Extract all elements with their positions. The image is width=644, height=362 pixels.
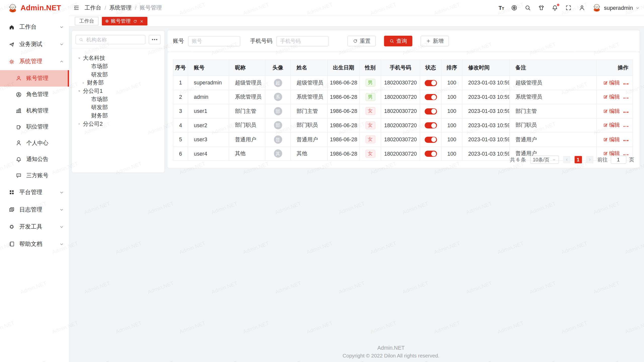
- header-actions: TT superadmin: [499, 3, 640, 12]
- app-logo[interactable]: Admin.NET: [0, 0, 69, 16]
- tree-node-label: 研发部: [91, 104, 108, 111]
- sidebar-item-org-management[interactable]: 机构管理: [0, 103, 69, 119]
- tree-node[interactable]: 分公司2: [72, 120, 164, 128]
- tab-label: 工作台: [79, 18, 94, 25]
- sidebar-item-label: 职位管理: [26, 123, 64, 130]
- edit-icon: [603, 95, 608, 100]
- edit-button[interactable]: 编辑: [603, 79, 620, 86]
- close-icon[interactable]: [140, 19, 144, 23]
- book-icon: [9, 241, 15, 247]
- sidebar-item-notice[interactable]: 通知公告: [0, 151, 69, 167]
- page-number-current[interactable]: 1: [574, 156, 582, 163]
- org-more-button[interactable]: [149, 35, 160, 44]
- sidebar-item-workbench[interactable]: 工作台: [0, 18, 69, 36]
- account-input[interactable]: [188, 36, 240, 46]
- caret-down-icon[interactable]: [77, 56, 81, 60]
- next-page-button[interactable]: [586, 156, 593, 163]
- status-toggle[interactable]: [424, 122, 437, 128]
- tree-node[interactable]: 分公司1: [72, 87, 164, 95]
- sidebar-submenu-system: 账号管理 角色管理 机构管理 职位管理 个人中心: [0, 70, 69, 184]
- prev-page-button[interactable]: [563, 156, 570, 163]
- tab-workbench[interactable]: 工作台: [75, 17, 99, 25]
- status-toggle[interactable]: [424, 151, 437, 157]
- more-actions-button[interactable]: [624, 83, 628, 84]
- tree-node[interactable]: 财务部: [72, 79, 164, 87]
- notification-badge: [557, 4, 560, 6]
- more-actions-button[interactable]: [624, 112, 628, 113]
- tree-node[interactable]: 大名科技: [72, 54, 164, 63]
- reset-button[interactable]: 重置: [347, 36, 376, 46]
- search-icon[interactable]: [525, 5, 531, 11]
- user-menu[interactable]: superadmin: [592, 3, 640, 12]
- language-icon[interactable]: [511, 5, 518, 11]
- font-size-icon[interactable]: TT: [499, 5, 504, 10]
- main-content: 大名科技 市场部 研发部 财务部 分公司1: [69, 27, 644, 362]
- add-button[interactable]: 新增: [421, 36, 449, 46]
- edit-button[interactable]: 编辑: [603, 107, 620, 115]
- more-actions-button[interactable]: [624, 98, 628, 99]
- tree-node[interactable]: 研发部: [72, 103, 164, 112]
- breadcrumb-separator: /: [135, 5, 136, 11]
- status-toggle[interactable]: [424, 108, 437, 114]
- goto-page-input[interactable]: [611, 156, 626, 164]
- user-icon: [16, 75, 22, 81]
- tree-node[interactable]: 财务部: [72, 112, 164, 120]
- sidebar-item-label: 机构管理: [26, 107, 64, 114]
- sidebar-item-system-management[interactable]: 系统管理: [0, 53, 69, 70]
- sidebar-item-log-management[interactable]: 日志管理: [0, 201, 69, 218]
- sidebar-item-label: 系统管理: [19, 58, 59, 65]
- org-search-box: [75, 35, 145, 44]
- theme-tshirt-icon[interactable]: [538, 5, 545, 11]
- status-toggle[interactable]: [424, 94, 437, 100]
- sidebar-item-platform-management[interactable]: 平台管理: [0, 184, 69, 201]
- search-button[interactable]: 查询: [384, 36, 413, 46]
- sidebar-item-role-management[interactable]: 角色管理: [0, 86, 69, 103]
- sidebar-item-position-management[interactable]: 职位管理: [0, 119, 69, 135]
- fullscreen-icon[interactable]: [565, 5, 572, 11]
- username: superadmin: [604, 5, 633, 11]
- sidebar-item-dev-tools[interactable]: 开发工具: [0, 218, 69, 236]
- menu-fold-icon[interactable]: [73, 5, 80, 11]
- tab-account-management[interactable]: 账号管理: [102, 17, 147, 25]
- sidebar-item-personal-center[interactable]: 个人中心: [0, 135, 69, 151]
- sidebar-item-third-party-account[interactable]: 三方账号: [0, 167, 69, 184]
- edit-button[interactable]: 编辑: [603, 122, 620, 129]
- tree-node[interactable]: 市场部: [72, 95, 164, 104]
- edit-button[interactable]: 编辑: [603, 93, 620, 101]
- page-unit-label: 页: [629, 156, 634, 163]
- home-icon: [9, 24, 15, 30]
- tree-node[interactable]: 研发部: [72, 71, 164, 79]
- status-toggle[interactable]: [424, 137, 437, 143]
- breadcrumb-item[interactable]: 系统管理: [109, 4, 132, 11]
- org-search-input[interactable]: [86, 36, 142, 43]
- chevron-down-icon: [59, 207, 64, 212]
- sidebar-item-account-management[interactable]: 账号管理: [0, 70, 69, 86]
- sidebar-item-label: 角色管理: [26, 91, 64, 98]
- chevron-down-icon: [59, 242, 64, 247]
- caret-down-icon[interactable]: [77, 89, 81, 93]
- edit-button[interactable]: 编辑: [603, 136, 620, 143]
- more-actions-button[interactable]: [624, 154, 628, 155]
- role-icon: [16, 92, 22, 98]
- tree-node-label: 分公司2: [83, 120, 103, 127]
- sidebar-item-business-test[interactable]: 业务测试: [0, 36, 69, 53]
- phone-input[interactable]: [276, 36, 329, 46]
- col-seq: 序号: [173, 60, 188, 76]
- more-actions-button[interactable]: [624, 140, 628, 141]
- gear-icon: [9, 59, 15, 65]
- refresh-icon[interactable]: [133, 19, 137, 23]
- caret-right-icon[interactable]: [81, 81, 85, 85]
- col-remark: 备注: [509, 60, 596, 76]
- caret-right-icon[interactable]: [77, 122, 81, 126]
- status-toggle[interactable]: [424, 80, 437, 86]
- breadcrumb-item[interactable]: 工作台: [85, 4, 101, 11]
- logo-mascot-icon: [8, 3, 18, 13]
- tree-node[interactable]: 市场部: [72, 62, 164, 71]
- notification-bell[interactable]: [552, 5, 558, 11]
- profile-person-icon[interactable]: [579, 5, 585, 11]
- sidebar-item-help-docs[interactable]: 帮助文档: [0, 235, 69, 253]
- more-actions-button[interactable]: [624, 126, 628, 127]
- avatar: 普: [274, 135, 282, 144]
- page-size-select[interactable]: 10条/页: [530, 156, 559, 164]
- col-account: 账号: [188, 60, 229, 76]
